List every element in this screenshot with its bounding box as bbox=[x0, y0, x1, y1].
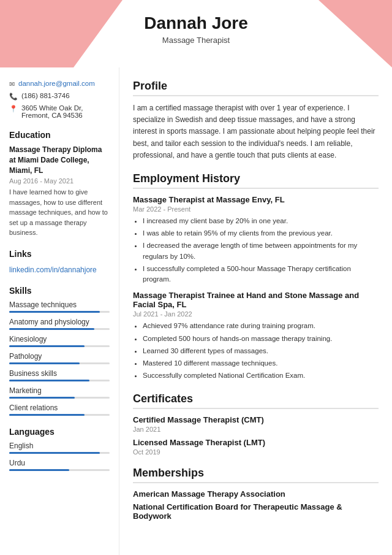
certificates-title: Certificates bbox=[133, 392, 379, 409]
profile-text: I am a certified massage therapist with … bbox=[133, 102, 379, 161]
skill-bar-fill bbox=[9, 328, 94, 330]
header: Dannah Jore Massage Therapist bbox=[0, 0, 392, 67]
contact-section: ✉ dannah.jore@gmail.com 📞 (186) 881-3746… bbox=[9, 80, 110, 119]
phone-contact: 📞 (186) 881-3746 bbox=[9, 92, 110, 101]
job-item: Massage Therapist at Massage Envy, FL Ma… bbox=[133, 195, 379, 285]
edu-degree: Massage Therapy Diploma at Miami Dade Co… bbox=[9, 145, 110, 175]
certs-list: Certified Massage Therapist (CMT) Jan 20… bbox=[133, 415, 379, 456]
skill-bar-fill bbox=[9, 362, 80, 364]
jobs-list: Massage Therapist at Massage Envy, FL Ma… bbox=[133, 195, 379, 381]
skill-name: Pathology bbox=[9, 352, 110, 361]
skill-bar-fill bbox=[9, 380, 89, 381]
membership-item: National Certification Board for Therape… bbox=[133, 502, 379, 521]
job-item: Massage Therapist Trainee at Hand and St… bbox=[133, 291, 379, 381]
linkedin-link[interactable]: linkedin.com/in/dannahjore bbox=[9, 266, 97, 274]
bullet-item: I was able to retain 95% of my clients f… bbox=[143, 228, 379, 239]
skill-bar-bg bbox=[9, 362, 110, 364]
email-icon: ✉ bbox=[9, 80, 15, 88]
language-bar-fill bbox=[9, 452, 100, 454]
edu-dates: Aug 2016 - May 2021 bbox=[9, 177, 110, 185]
bullet-item: Completed 500 hours of hands-on massage … bbox=[143, 334, 379, 344]
skill-bar-bg bbox=[9, 328, 110, 330]
body-layout: ✉ dannah.jore@gmail.com 📞 (186) 881-3746… bbox=[0, 67, 392, 555]
bullet-item: Mastered 10 different massage techniques… bbox=[143, 358, 379, 369]
job-dates: Jul 2021 - Jan 2022 bbox=[133, 310, 379, 318]
memberships-section: Memberships American Massage Therapy Ass… bbox=[133, 467, 379, 521]
links-title: Links bbox=[9, 249, 110, 259]
memberships-title: Memberships bbox=[133, 467, 379, 483]
skill-bar-bg bbox=[9, 311, 110, 313]
cert-name: Licensed Massage Therapist (LMT) bbox=[133, 438, 379, 447]
members-list: American Massage Therapy AssociationNati… bbox=[133, 489, 379, 521]
job-bullets: I increased my client base by 20% in one… bbox=[133, 216, 379, 285]
address-contact: 📍 3605 White Oak Dr, Fremont, CA 94536 bbox=[9, 104, 110, 119]
skill-bar-fill bbox=[9, 414, 85, 416]
skill-bar-fill bbox=[9, 397, 75, 399]
bullet-item: I decreased the average length of time b… bbox=[143, 240, 379, 262]
job-title: Massage Therapist Trainee at Hand and St… bbox=[133, 291, 379, 309]
sidebar: ✉ dannah.jore@gmail.com 📞 (186) 881-3746… bbox=[0, 67, 119, 555]
job-dates: Mar 2022 - Present bbox=[133, 205, 379, 213]
skill-bar-fill bbox=[9, 345, 85, 347]
skill-item: Massage techniques bbox=[9, 300, 110, 313]
cert-date: Jan 2021 bbox=[133, 426, 379, 433]
skill-bar-bg bbox=[9, 397, 110, 399]
skill-bar-bg bbox=[9, 414, 110, 416]
main-content: Profile I am a certified massage therapi… bbox=[119, 67, 392, 555]
links-section: Links linkedin.com/in/dannahjore bbox=[9, 249, 110, 275]
skill-bar-bg bbox=[9, 345, 110, 347]
email-link[interactable]: dannah.jore@gmail.com bbox=[18, 80, 95, 87]
bullet-item: I successfully completed a 500-hour Mass… bbox=[143, 264, 379, 285]
header-text: Dannah Jore Massage Therapist bbox=[0, 0, 392, 45]
skill-name: Client relations bbox=[9, 404, 110, 412]
skill-bar-bg bbox=[9, 380, 110, 381]
location-icon: 📍 bbox=[9, 105, 18, 113]
cert-name: Certified Massage Therapist (CMT) bbox=[133, 415, 379, 424]
membership-item: American Massage Therapy Association bbox=[133, 489, 379, 499]
skills-list: Massage techniques Anatomy and physiolog… bbox=[9, 300, 110, 416]
language-bar-fill bbox=[9, 469, 69, 471]
candidate-title: Massage Therapist bbox=[0, 36, 392, 45]
cert-item: Licensed Massage Therapist (LMT) Oct 201… bbox=[133, 438, 379, 456]
bullet-item: Achieved 97% attendance rate during trai… bbox=[143, 321, 379, 331]
edu-description: I have learned how to give massages, how… bbox=[9, 187, 110, 238]
language-item: Urdu bbox=[9, 459, 110, 471]
cert-item: Certified Massage Therapist (CMT) Jan 20… bbox=[133, 415, 379, 433]
skills-title: Skills bbox=[9, 286, 110, 296]
skill-item: Business skills bbox=[9, 369, 110, 381]
language-bar-bg bbox=[9, 469, 110, 471]
language-name: English bbox=[9, 442, 110, 450]
job-title: Massage Therapist at Massage Envy, FL bbox=[133, 195, 379, 204]
skill-item: Anatomy and physiology bbox=[9, 318, 110, 330]
job-bullets: Achieved 97% attendance rate during trai… bbox=[133, 321, 379, 381]
employment-title: Employment History bbox=[133, 172, 379, 189]
phone-icon: 📞 bbox=[9, 93, 18, 101]
certificates-section: Certificates Certified Massage Therapist… bbox=[133, 392, 379, 456]
education-section: Education Massage Therapy Diploma at Mia… bbox=[9, 130, 110, 238]
skill-name: Massage techniques bbox=[9, 300, 110, 309]
address-text: 3605 White Oak Dr, Fremont, CA 94536 bbox=[21, 104, 110, 119]
skill-name: Marketing bbox=[9, 386, 110, 395]
profile-section: Profile I am a certified massage therapi… bbox=[133, 80, 379, 161]
languages-section: Languages English Urdu bbox=[9, 427, 110, 471]
phone-number: (186) 881-3746 bbox=[21, 92, 70, 99]
skill-bar-fill bbox=[9, 311, 100, 313]
language-name: Urdu bbox=[9, 459, 110, 467]
skill-item: Pathology bbox=[9, 352, 110, 364]
skill-item: Kinesiology bbox=[9, 335, 110, 347]
cert-date: Oct 2019 bbox=[133, 448, 379, 456]
language-bar-bg bbox=[9, 452, 110, 454]
resume-container: Dannah Jore Massage Therapist ✉ dannah.j… bbox=[0, 0, 392, 555]
language-item: English bbox=[9, 442, 110, 454]
skill-name: Anatomy and physiology bbox=[9, 318, 110, 326]
employment-section: Employment History Massage Therapist at … bbox=[133, 172, 379, 381]
bullet-item: I increased my client base by 20% in one… bbox=[143, 216, 379, 226]
bullet-item: Learned 30 different types of massages. bbox=[143, 346, 379, 356]
bullet-item: Successfully completed National Certific… bbox=[143, 370, 379, 381]
skills-section: Skills Massage techniques Anatomy and ph… bbox=[9, 286, 110, 416]
skill-name: Kinesiology bbox=[9, 335, 110, 343]
skill-item: Client relations bbox=[9, 404, 110, 416]
email-contact: ✉ dannah.jore@gmail.com bbox=[9, 80, 110, 88]
languages-list: English Urdu bbox=[9, 442, 110, 471]
skill-item: Marketing bbox=[9, 386, 110, 399]
